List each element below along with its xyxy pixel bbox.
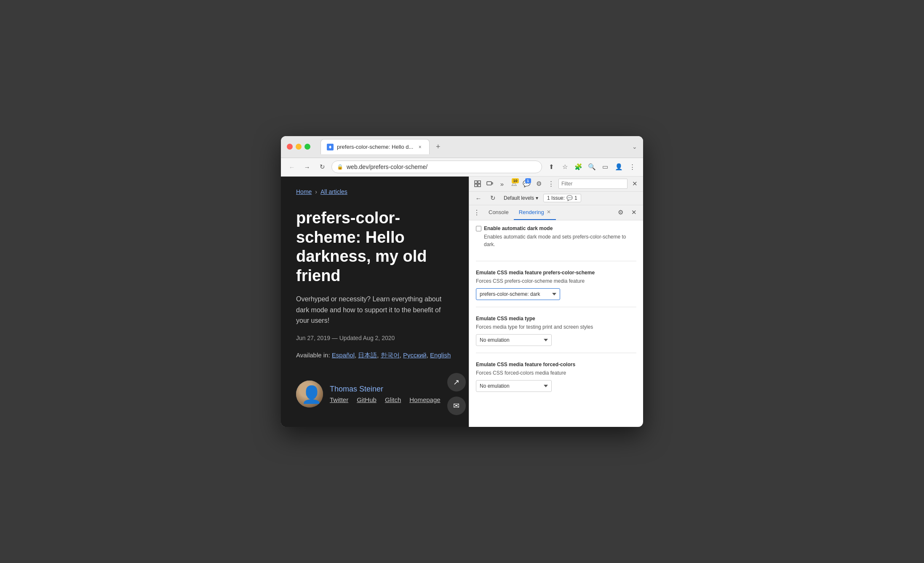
dt-panel-close-icon[interactable]: ✕ (628, 206, 640, 218)
auto-dark-checkbox[interactable] (476, 226, 481, 231)
traffic-lights (287, 144, 310, 150)
url-text: web.dev/prefers-color-scheme/ (347, 164, 427, 170)
auto-dark-checkbox-row: Enable automatic dark mode Enables autom… (476, 225, 636, 252)
emulate-color-scheme-section: Emulate CSS media feature prefers-color-… (476, 270, 636, 307)
tab-title: prefers-color-scheme: Hello d... (337, 144, 413, 150)
share-button[interactable]: ↗ (447, 373, 466, 391)
levels-label: Default levels (504, 195, 534, 201)
forced-colors-title: Emulate CSS media feature forced-colors (476, 362, 636, 367)
tab-rendering[interactable]: Rendering ✕ (514, 205, 556, 220)
rendering-tab-close[interactable]: ✕ (547, 209, 551, 215)
toolbar-actions: ⬆ ☆ 🧩 🔍 ▭ 👤 ⋮ (545, 161, 638, 173)
tab-close-button[interactable]: × (417, 144, 423, 150)
minimize-traffic-light[interactable] (296, 144, 302, 150)
rendering-tab-label: Rendering (519, 209, 544, 215)
settings-icon[interactable]: ⚙ (534, 178, 544, 190)
web-content: Home › All articles prefers-color-scheme… (281, 177, 469, 427)
devtools-toolbar: » 10 ⚠ 1 💬 ⚙ ⋮ ✕ (469, 177, 643, 192)
more-tools-icon[interactable]: » (497, 178, 507, 190)
color-scheme-select[interactable]: No emulation prefers-color-scheme: light… (476, 288, 560, 300)
address-bar[interactable]: 🔒 web.dev/prefers-color-scheme/ (331, 161, 542, 173)
emulate-media-type-desc: Forces media type for testing print and … (476, 323, 636, 331)
bookmark-icon[interactable]: ☆ (559, 161, 571, 173)
lang-russian[interactable]: Русский (403, 351, 427, 359)
warning-icon[interactable]: 10 ⚠ (509, 178, 519, 190)
author-glitch-link[interactable]: Glitch (385, 396, 401, 403)
dt-menu-button[interactable]: ⋮ (473, 208, 481, 217)
profile-icon[interactable]: 👤 (613, 161, 625, 173)
lang-espanol[interactable]: Español (332, 351, 355, 359)
sidebar-icon[interactable]: ▭ (599, 161, 611, 173)
dt-panel-settings-icon[interactable]: ⚙ (614, 206, 626, 218)
article-date: Jun 27, 2019 — Updated Aug 2, 2020 (296, 335, 454, 341)
forward-button[interactable]: → (301, 161, 313, 173)
author-github-link[interactable]: GitHub (357, 396, 377, 403)
devtools-tabs: ⋮ Console Rendering ✕ ⚙ ✕ (469, 205, 643, 220)
devtools-close-icon[interactable]: ✕ (630, 178, 640, 190)
lang-japanese[interactable]: 日本語 (358, 351, 377, 359)
devtools-filter-input[interactable] (558, 179, 628, 189)
email-button[interactable]: ✉ (447, 397, 466, 415)
svg-rect-3 (478, 184, 481, 187)
message-icon[interactable]: 1 💬 (522, 178, 531, 190)
auto-dark-desc: Enables automatic dark mode and sets pre… (484, 233, 636, 248)
issues-label: 1 Issue: (547, 195, 565, 201)
lang-english[interactable]: English (430, 351, 451, 359)
lock-icon: 🔒 (337, 164, 343, 170)
dt-refresh-icon[interactable]: ↻ (487, 192, 499, 204)
issues-icon: 💬 (566, 195, 573, 201)
emulate-color-scheme-desc: Forces CSS prefers-color-scheme media fe… (476, 277, 636, 285)
media-type-select[interactable]: No emulation print screen (476, 334, 552, 346)
menu-icon[interactable]: ⋮ (626, 161, 638, 173)
devtools-icon[interactable]: 🔍 (586, 161, 598, 173)
tab-dropdown-icon[interactable]: ⌄ (632, 143, 637, 150)
breadcrumb-all-articles[interactable]: All articles (320, 188, 347, 195)
avatar-image (296, 381, 323, 408)
author-homepage-link[interactable]: Homepage (409, 396, 440, 403)
back-button[interactable]: ← (286, 161, 298, 173)
new-tab-button[interactable]: + (432, 141, 444, 153)
issues-badge[interactable]: 1 Issue: 💬 1 (543, 194, 581, 202)
share-icon[interactable]: ⬆ (545, 161, 557, 173)
lang-korean[interactable]: 한국어 (381, 351, 400, 359)
svg-rect-4 (487, 182, 491, 185)
forced-colors-select[interactable]: No emulation active none (476, 380, 552, 392)
navigation-toolbar: ← → ↻ 🔒 web.dev/prefers-color-scheme/ ⬆ … (281, 158, 643, 177)
forced-colors-desc: Forces CSS forced-colors media feature (476, 369, 636, 377)
author-name: Thomas Steiner (330, 385, 441, 394)
maximize-traffic-light[interactable] (304, 144, 310, 150)
extensions-icon[interactable]: 🧩 (572, 161, 584, 173)
available-in-label: Available in: (296, 351, 330, 359)
devtools-toolbar2: ← ↻ Default levels ▾ 1 Issue: 💬 1 (469, 192, 643, 205)
issues-count: 1 (574, 195, 577, 201)
tab-favicon (327, 144, 334, 150)
author-links: Twitter GitHub Glitch Homepage (330, 396, 441, 403)
svg-rect-0 (475, 181, 477, 183)
emulate-media-type-title: Emulate CSS media type (476, 316, 636, 322)
svg-rect-1 (478, 181, 481, 183)
inspector-icon[interactable] (473, 178, 482, 190)
refresh-button[interactable]: ↻ (316, 161, 328, 173)
avatar (296, 381, 323, 408)
devtools-panel: » 10 ⚠ 1 💬 ⚙ ⋮ ✕ ← ↻ Default leve (469, 177, 643, 427)
auto-dark-title: Enable automatic dark mode (484, 225, 636, 231)
active-tab[interactable]: prefers-color-scheme: Hello d... × (320, 139, 430, 154)
author-section: Thomas Steiner Twitter GitHub Glitch Hom… (296, 373, 454, 415)
tab-console[interactable]: Console (483, 205, 514, 220)
author-twitter-link[interactable]: Twitter (330, 396, 348, 403)
devtools-more-icon[interactable]: ⋮ (546, 178, 556, 190)
tab-bar: prefers-color-scheme: Hello d... × + ⌄ (320, 139, 637, 154)
svg-rect-2 (475, 184, 477, 187)
article-languages: Available in: Español, 日本語, 한국어, Русский… (296, 351, 454, 359)
close-traffic-light[interactable] (287, 144, 293, 150)
breadcrumb-home[interactable]: Home (296, 188, 312, 195)
dt-back-icon[interactable]: ← (473, 192, 484, 204)
default-levels-button[interactable]: Default levels ▾ (501, 194, 541, 202)
breadcrumb: Home › All articles (296, 188, 454, 195)
title-bar: prefers-color-scheme: Hello d... × + ⌄ (281, 136, 643, 158)
forced-colors-section: Emulate CSS media feature forced-colors … (476, 362, 636, 399)
svg-rect-5 (492, 182, 493, 184)
responsive-icon[interactable] (485, 178, 494, 190)
levels-dropdown-icon: ▾ (536, 195, 538, 201)
breadcrumb-separator: › (315, 188, 317, 195)
